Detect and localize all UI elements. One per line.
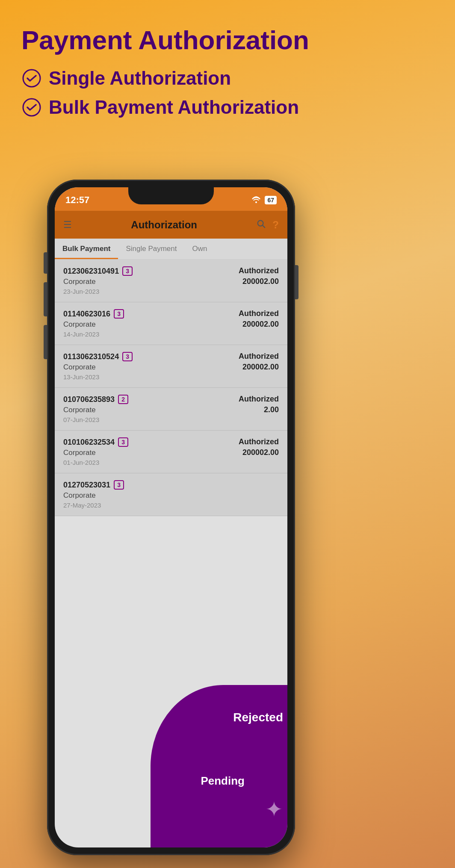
payment-id: 010706235893 [63,395,115,404]
payment-list: 0123062310491 3 Corporate 23-Jun-2023 Au… [55,260,287,516]
phone-mute-button [44,252,47,274]
payment-right-col: Authorized 200002.00 [239,309,279,329]
payment-status: Authorized [239,352,279,361]
payment-id-row: 0113062310524 3 [63,352,239,361]
payment-right-col: Authorized 200002.00 [239,352,279,372]
payment-type: Corporate [63,491,279,500]
payment-id: 01140623016 [63,310,110,319]
payment-right-col: Authorized 200002.00 [239,266,279,286]
list-item[interactable]: 01270523031 3 Corporate 27-May-2023 [55,473,287,516]
payment-badge: 3 [122,266,133,276]
phone-notch [128,187,214,204]
payment-id: 0123062310491 [63,267,119,276]
payment-id-row: 01140623016 3 [63,309,239,319]
phone-vol-up-button [44,282,47,316]
payment-date: 13-Jun-2023 [63,373,239,381]
payment-badge: 3 [114,480,124,490]
payment-badge: 2 [118,395,128,404]
payment-id-row: 0123062310491 3 [63,266,239,276]
help-icon[interactable]: ? [272,219,279,231]
list-item[interactable]: 0113062310524 3 Corporate 13-Jun-2023 Au… [55,345,287,388]
page-background: Payment Authorization Single Authorizati… [0,0,455,134]
svg-line-3 [263,225,265,227]
payment-amount: 200002.00 [239,448,279,457]
check-circle-icon [21,68,42,89]
status-time: 12:57 [65,195,89,206]
payment-id: 01270523031 [63,481,110,490]
svg-point-1 [23,99,40,116]
app-title: Authorization [72,219,256,231]
payment-date: 27-May-2023 [63,502,279,509]
payment-amount: 200002.00 [239,363,279,372]
tab-bulk-payment[interactable]: Bulk Payment [55,239,118,259]
filter-popup[interactable]: Rejected Pending ✦ [151,685,287,847]
payment-type: Corporate [63,449,239,457]
payment-amount: 200002.00 [239,320,279,329]
payment-left-col: 01270523031 3 Corporate 27-May-2023 [63,480,279,509]
payment-status: Authorized [239,266,279,275]
payment-right-col: Authorized 2.00 [239,395,279,414]
wifi-icon [251,195,261,205]
check-circle-icon-2 [21,97,42,118]
payment-id: 010106232534 [63,438,115,447]
tab-single-payment[interactable]: Single Payment [118,239,184,259]
payment-amount: 2.00 [239,405,279,414]
payment-id-row: 010706235893 2 [63,395,239,404]
page-header: Payment Authorization Single Authorizati… [0,0,455,134]
svg-point-0 [23,70,40,87]
payment-type: Corporate [63,363,239,372]
list-item[interactable]: 010706235893 2 Corporate 07-Jun-2023 Aut… [55,388,287,431]
payment-type: Corporate [63,278,239,286]
payment-id: 0113062310524 [63,352,119,361]
header-actions: ? [256,219,279,231]
search-icon[interactable] [256,219,266,231]
payment-badge: 3 [114,309,124,319]
payment-left-col: 01140623016 3 Corporate 14-Jun-2023 [63,309,239,338]
payment-left-col: 010106232534 3 Corporate 01-Jun-2023 [63,437,239,466]
payment-left-col: 010706235893 2 Corporate 07-Jun-2023 [63,395,239,423]
list-item[interactable]: 010106232534 3 Corporate 01-Jun-2023 Aut… [55,431,287,473]
page-title: Payment Authorization [21,26,434,55]
payment-id-row: 010106232534 3 [63,437,239,447]
app-header: ☰ Authorization ? [55,211,287,239]
list-item[interactable]: 01140623016 3 Corporate 14-Jun-2023 Auth… [55,302,287,345]
star-icon: ✦ [265,797,283,822]
payment-date: 23-Jun-2023 [63,288,239,295]
tab-own[interactable]: Own [185,239,215,259]
pending-filter-button[interactable]: Pending [201,774,245,788]
payment-status: Authorized [239,395,279,404]
phone-power-button [295,265,298,299]
payment-left-col: 0113062310524 3 Corporate 13-Jun-2023 [63,352,239,381]
hamburger-icon[interactable]: ☰ [63,219,72,230]
phone-mockup: 12:57 67 ☰ [47,180,295,855]
feature-single: Single Authorization [21,68,434,89]
payment-id-row: 01270523031 3 [63,480,279,490]
payment-left-col: 0123062310491 3 Corporate 23-Jun-2023 [63,266,239,295]
phone-vol-down-button [44,325,47,359]
payment-status: Authorized [239,437,279,446]
payment-right-col: Authorized 200002.00 [239,437,279,457]
status-icons: 67 [251,195,277,205]
payment-badge: 3 [122,352,133,361]
rejected-filter-button[interactable]: Rejected [233,711,283,724]
payment-amount: 200002.00 [239,277,279,286]
payment-date: 01-Jun-2023 [63,459,239,466]
payment-badge: 3 [118,437,128,447]
payment-type: Corporate [63,406,239,414]
tabs-bar: Bulk Payment Single Payment Own [55,239,287,260]
bulk-auth-label: Bulk Payment Authorization [49,97,299,118]
payment-status: Authorized [239,309,279,318]
single-auth-label: Single Authorization [49,68,231,89]
phone-frame: 12:57 67 ☰ [47,180,295,855]
phone-screen: 12:57 67 ☰ [55,187,287,847]
payment-type: Corporate [63,320,239,329]
list-item[interactable]: 0123062310491 3 Corporate 23-Jun-2023 Au… [55,260,287,302]
feature-bulk: Bulk Payment Authorization [21,97,434,118]
battery-indicator: 67 [265,196,277,204]
filter-popup-overlay[interactable]: Rejected Pending ✦ [55,685,287,847]
payment-date: 07-Jun-2023 [63,416,239,423]
payment-date: 14-Jun-2023 [63,331,239,338]
